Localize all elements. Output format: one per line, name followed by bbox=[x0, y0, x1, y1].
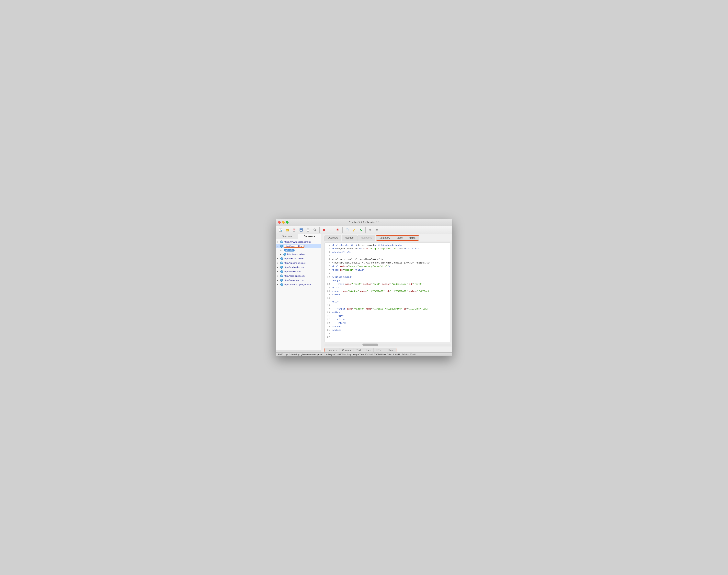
tree-arrow: ▶ bbox=[277, 271, 279, 273]
sidebar-scrollbar[interactable] bbox=[276, 350, 321, 352]
list-item[interactable]: ▶ http://hm.baidu.com bbox=[276, 265, 321, 269]
line-content: <input type="hidden" name="__VIEWSTATE" … bbox=[332, 290, 431, 293]
code-line: 20</div> bbox=[325, 311, 450, 314]
code-area: 1<html><head><title>Object moved</title>… bbox=[325, 242, 451, 342]
divider-handle[interactable]: ⋮ bbox=[321, 234, 323, 352]
code-line: 9 bbox=[325, 272, 450, 275]
tab-overview[interactable]: Overview bbox=[325, 235, 341, 241]
line-number: 17 bbox=[326, 300, 332, 303]
code-line: 23 </form> bbox=[325, 321, 450, 325]
close-session-button[interactable] bbox=[291, 227, 297, 233]
tab-request[interactable]: Request bbox=[341, 235, 358, 241]
tab-cookies[interactable]: Cookies bbox=[339, 348, 354, 352]
line-content: <div> bbox=[332, 286, 339, 290]
svg-point-30 bbox=[377, 230, 377, 230]
line-number: 12 bbox=[326, 282, 332, 286]
tree-arrow: ▶ bbox=[277, 283, 279, 285]
line-number: 3 bbox=[326, 250, 332, 254]
list-item[interactable]: ▶ http://hzs1.cnzz.com bbox=[276, 274, 321, 278]
refresh-button[interactable] bbox=[344, 227, 350, 233]
line-number: 21 bbox=[326, 314, 332, 317]
list-item[interactable]: ▶ https://www.google.com.hk bbox=[276, 240, 321, 244]
line-number: 4 bbox=[326, 254, 332, 258]
line-content: <div> bbox=[332, 300, 339, 304]
code-line: 8<head id="Head1"><title> bbox=[325, 268, 450, 272]
line-number: 8 bbox=[326, 268, 332, 272]
line-content: </body></html> bbox=[332, 250, 351, 254]
title-bar: Charles 3.9.3 - Session 1 * bbox=[276, 219, 452, 226]
tree-item-label: https://clients2.google.com bbox=[284, 283, 311, 286]
globe-icon bbox=[280, 283, 283, 286]
tree-item-label: http://www.cnki.net bbox=[284, 245, 304, 247]
close-button[interactable] bbox=[278, 221, 281, 224]
globe-icon bbox=[280, 274, 283, 277]
clear-button[interactable] bbox=[305, 227, 311, 233]
tab-summary[interactable]: Summary bbox=[376, 236, 393, 240]
stop-button[interactable] bbox=[335, 227, 341, 233]
code-line: 11<body> bbox=[325, 279, 450, 282]
tab-chart[interactable]: Chart bbox=[393, 236, 406, 240]
tree-arrow: ↻ bbox=[280, 249, 283, 251]
edit-button[interactable] bbox=[351, 227, 357, 233]
code-line: 2<h2>Object moved to <a href="http://wap… bbox=[325, 247, 450, 250]
tab-notes[interactable]: Notes bbox=[406, 236, 418, 240]
line-number: 18 bbox=[326, 304, 332, 307]
tab-hex[interactable]: Hex bbox=[364, 348, 374, 352]
main-window: Charles 3.9.3 - Session 1 * bbox=[276, 219, 452, 356]
line-number: 2 bbox=[326, 247, 332, 250]
line-content: <?xml version="1.0" encoding="UTF-8"?> bbox=[332, 258, 383, 261]
default-badge: <default> bbox=[284, 249, 295, 251]
line-number: 1 bbox=[326, 243, 332, 247]
list-item[interactable]: ▶ http://c.cnzz.com bbox=[276, 269, 321, 274]
save-button[interactable] bbox=[298, 227, 304, 233]
tab-sequence[interactable]: Sequence bbox=[298, 234, 321, 239]
code-line: 14<input type="hidden" name="__VIEWSTATE… bbox=[325, 290, 450, 293]
window-title: Charles 3.9.3 - Session 1 * bbox=[349, 221, 379, 224]
svg-rect-13 bbox=[307, 229, 309, 232]
code-line: 15</div> bbox=[325, 293, 450, 297]
list-item[interactable]: ↻ <default> bbox=[276, 248, 321, 252]
globe-icon bbox=[280, 266, 283, 269]
options-button[interactable] bbox=[374, 227, 380, 233]
search-button[interactable] bbox=[312, 227, 318, 233]
svg-rect-12 bbox=[300, 230, 302, 231]
new-session-button[interactable] bbox=[277, 227, 284, 233]
status-bar: POST https://clients2.google.com/service… bbox=[276, 352, 452, 356]
list-item[interactable]: ▶ http://vipcard.cnki.net bbox=[276, 261, 321, 265]
settings-button[interactable] bbox=[367, 227, 373, 233]
code-line: 10</title></head> bbox=[325, 275, 450, 279]
list-item[interactable]: ▼ http://www.cnki.net bbox=[276, 244, 321, 248]
minimize-button[interactable] bbox=[282, 221, 285, 224]
check-button[interactable] bbox=[358, 227, 364, 233]
scrollbar-thumb bbox=[362, 343, 378, 346]
svg-rect-11 bbox=[300, 228, 302, 230]
line-content: </div> bbox=[332, 293, 340, 297]
tab-structure[interactable]: Structure bbox=[276, 234, 298, 239]
tab-text[interactable]: Text bbox=[354, 348, 364, 352]
maximize-button[interactable] bbox=[286, 221, 289, 224]
code-line: 19 <input type="hidden" name="__VIEWSTAT… bbox=[325, 307, 450, 311]
list-item[interactable]: ▶ http://icon.cnzz.com bbox=[276, 278, 321, 282]
svg-line-17 bbox=[316, 231, 316, 231]
list-item[interactable]: ▶ http://s84.cnzz.com bbox=[276, 257, 321, 261]
code-line: 25</html> bbox=[325, 328, 450, 332]
svg-point-18 bbox=[323, 229, 325, 231]
tree-item-label: http://s84.cnzz.com bbox=[284, 258, 303, 260]
svg-point-28 bbox=[369, 229, 371, 231]
code-line: 27 bbox=[325, 336, 450, 339]
code-line: 18 bbox=[325, 304, 450, 307]
list-item[interactable]: ▶ http://wap.cnki.net bbox=[276, 252, 321, 257]
list-item[interactable]: ▶ https://clients2.google.com bbox=[276, 282, 321, 287]
filter-button[interactable] bbox=[328, 227, 334, 233]
open-button[interactable] bbox=[284, 227, 290, 233]
tree-arrow: ▶ bbox=[277, 241, 279, 243]
line-content: </title></head> bbox=[332, 275, 352, 279]
line-number: 16 bbox=[326, 297, 332, 300]
tab-headers[interactable]: Headers bbox=[325, 348, 339, 352]
code-line: 22 </div> bbox=[325, 318, 450, 321]
line-number: 23 bbox=[326, 321, 332, 325]
tab-raw[interactable]: Raw bbox=[386, 348, 396, 352]
record-button[interactable] bbox=[321, 227, 327, 233]
line-content: <input type="hidden" name="__VIEWSTATEGE… bbox=[332, 307, 428, 311]
code-scrollbar[interactable] bbox=[325, 343, 451, 346]
